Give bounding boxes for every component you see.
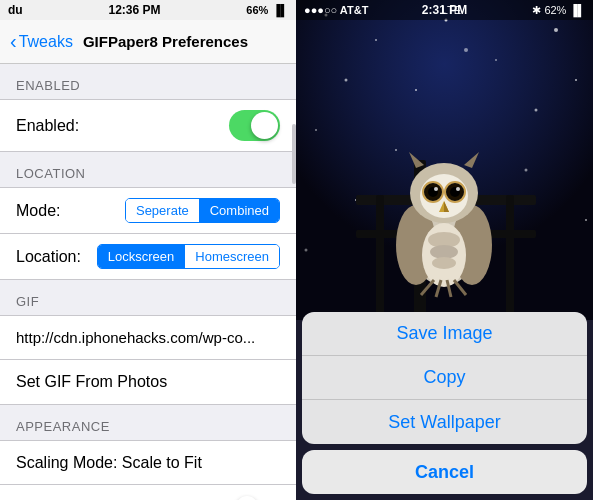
svg-point-37: [434, 187, 438, 191]
lockscreen-btn[interactable]: Lockscreen: [98, 245, 184, 268]
battery-percent-left: 66%: [246, 4, 268, 16]
chevron-left-icon: ‹: [10, 31, 17, 51]
svg-point-16: [305, 249, 308, 252]
time-right: 2:31 PM: [422, 3, 467, 17]
owl-svg: [296, 0, 593, 320]
svg-point-12: [464, 48, 468, 52]
carrier-right: ●●●○○ AT&T: [304, 4, 368, 16]
enabled-row: Enabled:: [0, 100, 296, 151]
enabled-label: Enabled:: [16, 117, 79, 135]
svg-point-13: [395, 149, 397, 151]
speed-slider-thumb[interactable]: [236, 496, 258, 501]
enabled-toggle[interactable]: [229, 110, 280, 141]
copy-button[interactable]: Copy: [302, 356, 587, 400]
status-bar-left: du 12:36 PM 66% ▐▌: [0, 0, 296, 20]
right-panel: ●●●○○ AT&T LTE 2:31 PM ✱ 62% ▐▌ ‹ › rapg…: [296, 0, 593, 500]
mode-combined-btn[interactable]: Combined: [199, 199, 279, 222]
svg-point-3: [375, 39, 377, 41]
svg-point-11: [575, 79, 577, 81]
section-header-enabled: Enabled: [0, 64, 296, 99]
battery-icon-left: ▐▌: [272, 4, 288, 16]
time-left: 12:36 PM: [109, 3, 161, 17]
svg-rect-22: [506, 195, 514, 320]
gif-url-row[interactable]: http://cdn.iphonehacks.com/wp-co...: [0, 316, 296, 360]
gif-from-photos-row[interactable]: Set GIF From Photos: [0, 360, 296, 404]
carrier-left: du: [8, 3, 23, 17]
location-segmented[interactable]: Lockscreen Homescreen: [97, 244, 280, 269]
section-header-gif: GIF: [0, 280, 296, 315]
action-sheet: Save Image Copy Set Wallpaper Cancel: [296, 312, 593, 500]
svg-rect-21: [376, 195, 384, 320]
svg-point-14: [525, 169, 528, 172]
save-image-button[interactable]: Save Image: [302, 312, 587, 356]
battery-icon-right: ▐▌: [569, 4, 585, 16]
svg-point-7: [345, 79, 348, 82]
svg-point-6: [554, 28, 558, 32]
status-indicators-right: ✱ 62% ▐▌: [532, 4, 585, 17]
section-header-location: Location: [0, 152, 296, 187]
mode-segmented[interactable]: Seperate Combined: [125, 198, 280, 223]
set-wallpaper-button[interactable]: Set Wallpaper: [302, 400, 587, 444]
appearance-group: Scaling Mode: Scale to Fit Speed: 100% A…: [0, 440, 296, 500]
status-bar-right: ●●●○○ AT&T LTE 2:31 PM ✱ 62% ▐▌: [296, 0, 593, 20]
location-row: Location: Lockscreen Homescreen: [0, 234, 296, 279]
svg-point-28: [430, 245, 458, 259]
location-group: Mode: Seperate Combined Location: Locksc…: [0, 187, 296, 280]
owl-background: [296, 0, 593, 320]
svg-point-10: [315, 129, 317, 131]
mode-separate-btn[interactable]: Seperate: [126, 199, 199, 222]
gif-url-text: http://cdn.iphonehacks.com/wp-co...: [16, 329, 255, 346]
cancel-button[interactable]: Cancel: [302, 450, 587, 494]
location-label: Location:: [16, 248, 81, 266]
mode-row: Mode: Seperate Combined: [0, 188, 296, 234]
svg-point-17: [585, 219, 587, 221]
nav-bar: ‹ Tweaks GIFPaper8 Preferences: [0, 20, 296, 64]
scaling-label: Scaling Mode: Scale to Fit: [16, 454, 202, 472]
back-label: Tweaks: [19, 33, 73, 51]
speed-row: Speed: 100%: [0, 485, 296, 500]
action-cancel-group: Cancel: [302, 450, 587, 494]
scaling-row: Scaling Mode: Scale to Fit: [0, 441, 296, 485]
svg-point-5: [495, 59, 497, 61]
bluetooth-icon: ✱: [532, 4, 541, 17]
svg-point-42: [456, 187, 460, 191]
action-group: Save Image Copy Set Wallpaper: [302, 312, 587, 444]
left-panel: du 12:36 PM 66% ▐▌ ‹ Tweaks GIFPaper8 Pr…: [0, 0, 296, 500]
back-button[interactable]: ‹ Tweaks: [10, 32, 73, 51]
svg-point-9: [535, 109, 538, 112]
gif-group: http://cdn.iphonehacks.com/wp-co... Set …: [0, 315, 296, 405]
battery-right: 62%: [544, 4, 566, 16]
enabled-group: Enabled:: [0, 99, 296, 152]
mode-label: Mode:: [16, 202, 60, 220]
section-header-appearance: Appearance: [0, 405, 296, 440]
set-gif-label: Set GIF From Photos: [16, 373, 167, 391]
svg-point-8: [415, 89, 417, 91]
homescreen-btn[interactable]: Homescreen: [184, 245, 279, 268]
owl-scene: [296, 0, 593, 320]
toggle-knob: [251, 112, 278, 139]
page-title: GIFPaper8 Preferences: [83, 33, 248, 50]
settings-list: Enabled Enabled: Location Mode: Seperate…: [0, 64, 296, 500]
status-indicators-left: 66% ▐▌: [246, 4, 288, 16]
svg-point-29: [432, 257, 456, 269]
